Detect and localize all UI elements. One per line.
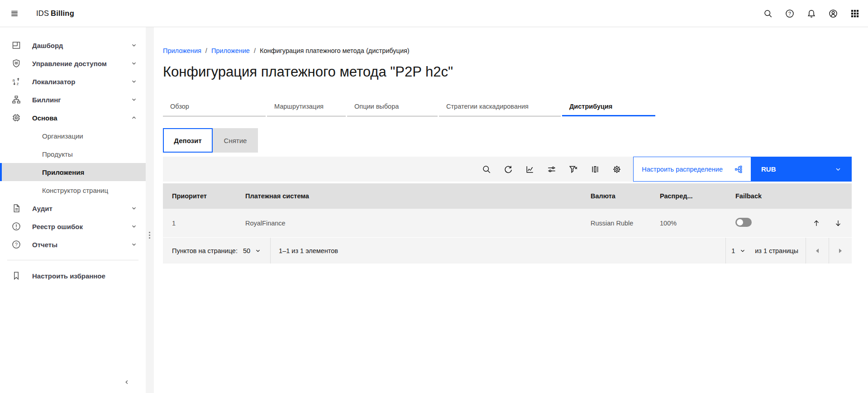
breadcrumb-link-applications[interactable]: Приложения [163, 47, 201, 54]
sidebar-item-label: Продукты [42, 150, 73, 158]
sidebar-item-label: Настроить избранное [32, 272, 105, 280]
toolbar-refresh-button[interactable] [497, 157, 519, 182]
svg-text:?: ? [788, 10, 791, 16]
arrow-down-icon [834, 219, 843, 228]
tab-selection-options[interactable]: Опции выбора [347, 97, 438, 116]
app-switcher-grid-icon [850, 9, 859, 18]
help-icon: ? [785, 9, 794, 18]
breadcrumb-separator: / [205, 47, 207, 54]
sidebar-item-page-builder[interactable]: Конструктор страниц [0, 181, 146, 199]
sidebar-item-label: Управление доступом [32, 60, 107, 67]
user-avatar-icon [829, 9, 838, 18]
column-header-currency: Валюта [591, 192, 660, 200]
cell-currency: Russian Ruble [591, 220, 660, 227]
move-up-button[interactable] [806, 212, 827, 234]
sidebar: Дашборд Управление доступом a z [0, 27, 146, 393]
refresh-icon [504, 165, 513, 174]
next-page-button[interactable] [829, 238, 852, 264]
toolbar-filter-remove-button[interactable] [563, 157, 584, 182]
svg-text:z: z [17, 81, 19, 86]
tab-routing[interactable]: Маршрутизация [267, 97, 346, 116]
svg-text:?: ? [15, 242, 18, 247]
search-icon [482, 165, 491, 174]
sidebar-item-access-management[interactable]: Управление доступом [0, 54, 146, 72]
table-header-row: Приоритет Платежная система Валюта Распр… [163, 183, 852, 209]
hamburger-menu-button[interactable] [4, 3, 25, 24]
sidebar-item-label: Аудит [32, 205, 52, 212]
toolbar-column-button[interactable] [584, 157, 606, 182]
toolbar-chart-button[interactable] [519, 157, 541, 182]
brand-name: Billing [51, 9, 74, 17]
sidebar-item-products[interactable]: Продукты [0, 145, 146, 163]
chevron-down-icon [739, 248, 746, 254]
header-user-button[interactable] [822, 3, 844, 24]
sidebar-item-label: Приложения [42, 168, 84, 176]
sidebar-resize-gutter[interactable] [146, 27, 154, 393]
page-number-select[interactable]: 1 [726, 238, 755, 264]
sidebar-item-label: Реестр ошибок [32, 223, 83, 230]
toolbar-settings-button[interactable] [606, 157, 628, 182]
app-header: IDSBilling ? [0, 0, 868, 27]
content-switcher: Депозит Снятие [163, 128, 852, 153]
sidebar-item-configure-favorites[interactable]: Настроить избранное [0, 267, 146, 285]
sidebar-item-label: Биллинг [32, 96, 61, 104]
table-row: 1 RoyalFinance Russian Ruble 100% [163, 209, 852, 238]
tab-cascading-strategies[interactable]: Стратегии каскадирования [439, 97, 561, 116]
sidebar-item-audit[interactable]: Аудит [0, 199, 146, 217]
header-notifications-button[interactable] [801, 3, 822, 24]
cell-priority: 1 [172, 220, 245, 227]
sidebar-item-label: Организации [42, 132, 83, 140]
sidebar-item-label: Локализатор [32, 78, 75, 86]
help-circle-icon: ? [12, 240, 21, 249]
breadcrumb-separator: / [254, 47, 256, 54]
header-search-button[interactable] [757, 3, 779, 24]
failback-toggle[interactable] [735, 218, 752, 227]
currency-value: RUB [761, 165, 776, 173]
page-title: Конфигурация платежного метода "P2P h2c" [163, 64, 852, 80]
items-per-page-select[interactable]: 50 [238, 238, 270, 264]
sidebar-item-applications[interactable]: Приложения [0, 163, 146, 181]
tab-overview[interactable]: Обзор [163, 97, 266, 116]
sidebar-item-reports[interactable]: ? Отчеты [0, 235, 146, 254]
row-actions [799, 212, 852, 234]
chevron-left-icon [123, 379, 130, 386]
sidebar-collapse-button[interactable] [116, 371, 138, 393]
column-header-payment-system: Платежная система [245, 192, 591, 200]
chevron-down-icon [255, 248, 261, 254]
previous-page-button[interactable] [806, 238, 829, 264]
page-number-value: 1 [731, 247, 735, 254]
configure-distribution-button[interactable]: Настроить распределение [633, 157, 751, 182]
currency-dropdown-button[interactable]: RUB [751, 157, 852, 182]
items-per-page-value: 50 [243, 247, 250, 254]
move-down-button[interactable] [827, 212, 849, 234]
breadcrumb-current: Конфигурация платежного метода (дистрибу… [260, 47, 410, 54]
sidebar-item-core[interactable]: Основа [0, 109, 146, 127]
sidebar-item-label: Конструктор страниц [42, 187, 108, 194]
header-app-switcher-button[interactable] [844, 3, 866, 24]
toolbar-settings-adjust-button[interactable] [541, 157, 563, 182]
pagination-range-text: 1–1 из 1 элементов [271, 247, 338, 254]
sidebar-item-organizations[interactable]: Организации [0, 127, 146, 145]
header-help-button[interactable]: ? [779, 3, 801, 24]
sidebar-item-label: Отчеты [32, 241, 57, 249]
chevron-down-icon [835, 166, 842, 173]
sidebar-item-dashboard[interactable]: Дашборд [0, 36, 146, 54]
data-distribution-icon [734, 165, 743, 173]
sidebar-item-billing[interactable]: Биллинг [0, 91, 146, 109]
sliders-icon [547, 165, 556, 174]
toolbar-search-button[interactable] [476, 157, 497, 182]
tab-distribution[interactable]: Дистрибуция [562, 97, 655, 116]
sidebar-item-error-registry[interactable]: Реестр ошибок [0, 217, 146, 235]
warning-circle-icon [12, 222, 21, 231]
sidebar-item-localizer[interactable]: a z Локализатор [0, 72, 146, 91]
sidebar-footer [0, 371, 146, 393]
switcher-withdrawal[interactable]: Снятие [213, 128, 258, 153]
hamburger-icon [10, 10, 19, 18]
breadcrumb-link-application[interactable]: Приложение [211, 47, 250, 54]
dashboard-icon [12, 41, 21, 50]
resize-grip-icon [149, 232, 150, 239]
cell-distribution: 100% [660, 220, 735, 227]
switcher-deposit[interactable]: Депозит [163, 128, 213, 153]
bell-icon [807, 9, 816, 18]
sidebar-item-label: Основа [32, 114, 57, 122]
